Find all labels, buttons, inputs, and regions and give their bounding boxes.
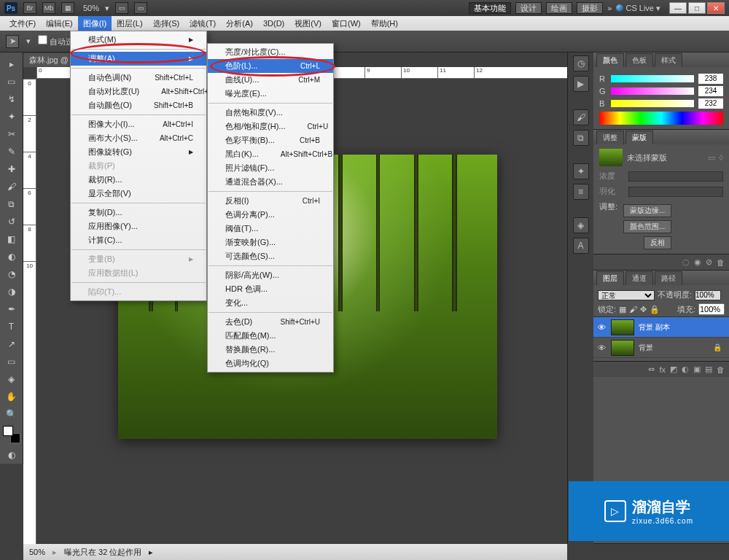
fg-bg-colors[interactable]	[3, 426, 20, 443]
bridge-icon[interactable]: Br	[23, 2, 36, 14]
minimize-button[interactable]: —	[669, 2, 687, 14]
r-value[interactable]: 238	[698, 74, 723, 84]
g-slider[interactable]	[611, 88, 694, 95]
invert-button[interactable]: 反相	[644, 236, 671, 249]
tab-color[interactable]: 颜色	[596, 53, 624, 67]
info-panel-icon[interactable]: A	[573, 238, 589, 254]
tab-channels[interactable]: 通道	[625, 271, 653, 285]
mi-equalize[interactable]: 色调均化(Q)	[208, 357, 333, 370]
opacity-input[interactable]	[695, 290, 721, 300]
lock-pos-icon[interactable]: ✥	[640, 305, 647, 314]
tab-styles[interactable]: 样式	[655, 53, 682, 67]
mi-desaturate[interactable]: 去色(D)Shift+Ctrl+U	[208, 315, 333, 329]
pixel-mask-icon[interactable]: ▭	[708, 153, 715, 163]
nav-panel-icon[interactable]: ◈	[573, 217, 589, 233]
view-mode-icon[interactable]: ▭	[115, 2, 128, 14]
feather-field[interactable]	[628, 187, 723, 197]
tab-adjust[interactable]: 调整	[596, 131, 624, 144]
mi-levels[interactable]: 色阶(L)...Ctrl+L	[208, 59, 333, 73]
mi-rotate[interactable]: 图像旋转(G)▶	[71, 145, 206, 159]
zoom-tool-icon[interactable]: 🔍	[3, 406, 20, 422]
history-panel-icon[interactable]: ◷	[573, 55, 589, 71]
lasso-tool-icon[interactable]: ↯	[3, 91, 20, 107]
color-range-button[interactable]: 颜色范围...	[623, 220, 671, 233]
mi-posterize[interactable]: 色调分离(P)...	[208, 208, 333, 222]
mi-hsl[interactable]: 色相/饱和度(H)...Ctrl+U	[208, 120, 333, 133]
mi-auto-color[interactable]: 自动颜色(O)Shift+Ctrl+B	[71, 98, 206, 112]
auto-select-check[interactable]: 自动选	[38, 35, 74, 47]
vector-mask-icon[interactable]: ◊	[720, 153, 723, 162]
fx-icon[interactable]: fx	[659, 365, 666, 374]
mi-auto-contrast[interactable]: 自动对比度(U)Alt+Shift+Ctrl+L	[71, 85, 206, 98]
heal-tool-icon[interactable]: ✚	[3, 161, 20, 177]
marquee-tool-icon[interactable]: ▭	[3, 74, 20, 90]
type-tool-icon[interactable]: T	[3, 319, 20, 335]
mi-color-balance[interactable]: 色彩平衡(B)...Ctrl+B	[208, 133, 333, 147]
lock-pixels-icon[interactable]: 🖌	[629, 305, 637, 314]
menu-3d[interactable]: 3D(D)	[258, 16, 289, 31]
disable-mask-icon[interactable]: ⊘	[706, 257, 712, 267]
actions-panel-icon[interactable]: ▶	[573, 76, 589, 92]
mask-mode-icon[interactable]: ◐	[3, 447, 20, 463]
dodge-tool-icon[interactable]: ◑	[3, 284, 20, 300]
mask-icon[interactable]: ◩	[670, 365, 677, 374]
char-panel-icon[interactable]: ✦	[573, 163, 589, 179]
adjustment-icon[interactable]: ◐	[682, 365, 689, 374]
visibility-icon[interactable]: 👁	[596, 343, 607, 352]
menu-select[interactable]: 选择(S)	[148, 16, 185, 31]
spectrum-ramp[interactable]	[599, 112, 723, 125]
g-value[interactable]: 234	[698, 86, 723, 96]
mi-brightness-contrast[interactable]: 亮度/对比度(C)...	[208, 45, 333, 59]
r-slider[interactable]	[611, 75, 694, 82]
mi-vibrance[interactable]: 自然饱和度(V)...	[208, 106, 333, 120]
menu-layer[interactable]: 图层(L)	[112, 16, 147, 31]
apply-mask-icon[interactable]: ◉	[694, 257, 701, 267]
mi-shadows-highlights[interactable]: 阴影/高光(W)...	[208, 268, 333, 282]
mi-apply-image[interactable]: 应用图像(Y)...	[71, 219, 206, 233]
clone-panel-icon[interactable]: ⧉	[573, 130, 589, 146]
mi-photo-filter[interactable]: 照片滤镜(F)...	[208, 161, 333, 175]
link-icon[interactable]: ⇔	[648, 365, 655, 374]
mi-curves[interactable]: 曲线(U)...Ctrl+M	[208, 73, 333, 87]
eyedropper-tool-icon[interactable]: ✎	[3, 144, 20, 160]
layer-row-bg[interactable]: 👁 背景 🔒	[593, 338, 729, 358]
layer-row-copy[interactable]: 👁 背景 副本	[593, 317, 729, 338]
mi-mode[interactable]: 模式(M)▶	[71, 33, 206, 47]
tab-masks[interactable]: 蒙版	[625, 131, 653, 144]
workspace-basic[interactable]: 基本功能	[469, 2, 511, 14]
mi-match-color[interactable]: 匹配颜色(M)...	[208, 329, 333, 343]
mi-black-white[interactable]: 黑白(K)...Alt+Shift+Ctrl+B	[208, 147, 333, 161]
para-panel-icon[interactable]: ≡	[573, 184, 589, 200]
tab-paths[interactable]: 路径	[655, 271, 682, 285]
workspace-photo[interactable]: 摄影	[577, 2, 603, 14]
menu-filter[interactable]: 滤镜(T)	[184, 16, 221, 31]
mi-trim[interactable]: 裁切(R)...	[71, 173, 206, 187]
wand-tool-icon[interactable]: ✦	[3, 109, 20, 125]
doc-tab[interactable]: 森林.jpg @	[23, 53, 74, 67]
pen-tool-icon[interactable]: ✒	[3, 301, 20, 317]
menu-help[interactable]: 帮助(H)	[366, 16, 403, 31]
mi-channel-mixer[interactable]: 通道混合器(X)...	[208, 175, 333, 189]
path-tool-icon[interactable]: ↗	[3, 336, 20, 352]
menu-analysis[interactable]: 分析(A)	[221, 16, 258, 31]
visibility-icon[interactable]: 👁	[596, 323, 607, 332]
mi-hdr-toning[interactable]: HDR 色调...	[208, 282, 333, 296]
workspace-design[interactable]: 设计	[515, 2, 542, 14]
mi-variations[interactable]: 变化...	[208, 296, 333, 310]
cs-live[interactable]: CS Live ▾	[616, 4, 660, 13]
trash-icon[interactable]: 🗑	[717, 365, 725, 374]
mi-threshold[interactable]: 阈值(T)...	[208, 222, 333, 236]
mi-replace-color[interactable]: 替换颜色(R)...	[208, 343, 333, 357]
fill-input[interactable]	[698, 303, 725, 315]
load-sel-icon[interactable]: ◌	[682, 257, 690, 267]
mask-edge-button[interactable]: 蒙版边缘...	[623, 204, 671, 217]
crop-tool-icon[interactable]: ✂	[3, 126, 20, 142]
eraser-tool-icon[interactable]: ◧	[3, 231, 20, 247]
move-tool-icon[interactable]: ➤	[6, 35, 19, 48]
mi-auto-tone[interactable]: 自动色调(N)Shift+Ctrl+L	[71, 71, 206, 85]
workspace-paint[interactable]: 绘画	[546, 2, 572, 14]
mi-reveal[interactable]: 显示全部(V)	[71, 187, 206, 201]
mi-selective-color[interactable]: 可选颜色(S)...	[208, 249, 333, 263]
mi-duplicate[interactable]: 复制(D)...	[71, 206, 206, 219]
maximize-button[interactable]: □	[688, 2, 706, 14]
